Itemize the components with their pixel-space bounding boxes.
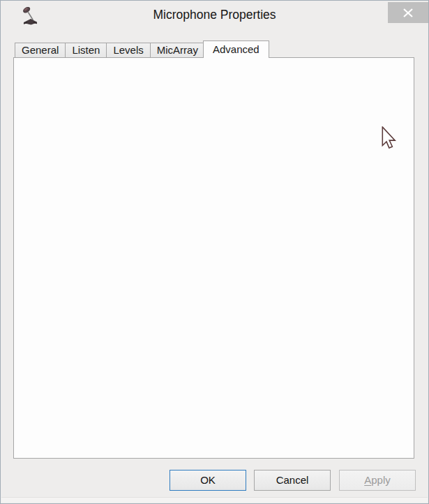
advanced-tab-page [13,57,414,459]
close-button[interactable] [388,2,428,23]
window-bottom-frame [1,497,428,503]
apply-button: Apply [339,470,416,491]
tab-levels[interactable]: Levels [106,43,150,58]
microphone-properties-dialog: Microphone Properties General Listen Lev… [0,0,429,504]
mouse-cursor [381,126,396,149]
cancel-button[interactable]: Cancel [254,470,331,491]
close-icon [403,8,413,17]
tab-strip: General Listen Levels MicArray Advanced [15,40,268,58]
title-bar: Microphone Properties [1,1,428,30]
tab-listen[interactable]: Listen [65,43,107,58]
tab-advanced[interactable]: Advanced [203,40,269,58]
tab-micarray[interactable]: MicArray [150,43,205,58]
window-title: Microphone Properties [1,8,428,22]
ok-button[interactable]: OK [170,470,246,491]
tab-general[interactable]: General [15,43,66,58]
